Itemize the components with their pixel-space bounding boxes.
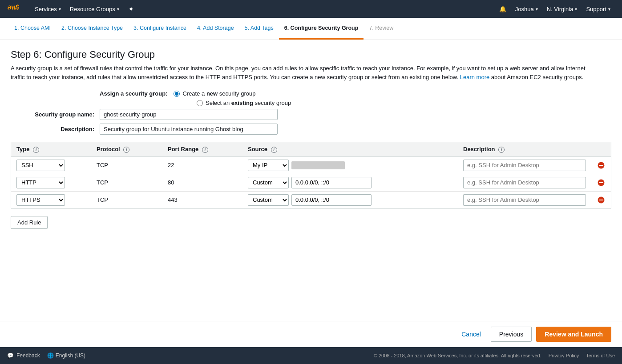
page-description: A security group is a set of firewall ru… <box>11 64 589 81</box>
rule-type-cell-2: SSH HTTP HTTPS Custom TCP <box>11 191 91 208</box>
resource-groups-menu[interactable]: Resource Groups ▾ <box>65 0 124 18</box>
source-info-icon[interactable]: i <box>271 147 277 153</box>
region-caret: ▾ <box>575 7 577 12</box>
rule-source-cell-1: Custom Anywhere My IP <box>242 174 458 191</box>
rule-desc-cell-0 <box>458 156 591 174</box>
rule-source-select-2[interactable]: Custom Anywhere My IP <box>248 194 289 206</box>
bookmarks-icon[interactable]: ✦ <box>124 5 138 13</box>
rule-desc-cell-2 <box>458 191 591 208</box>
rules-table: Type i Protocol i Port Range i Source i <box>11 142 611 208</box>
rule-port-cell-0: 22 <box>162 156 242 174</box>
col-header-action <box>591 142 611 156</box>
rule-type-cell-0: SSH HTTP HTTPS Custom TCP <box>11 156 91 174</box>
previous-button[interactable]: Previous <box>491 327 532 342</box>
bottom-bar: 💬 Feedback 🌐 English (US) © 2008 - 2018,… <box>0 347 622 364</box>
col-header-source: Source i <box>242 142 458 156</box>
create-new-option[interactable]: Assign a security group: Create a new se… <box>100 90 255 97</box>
footer-actions: Cancel Previous Review and Launch <box>0 321 622 347</box>
desc-info-icon[interactable]: i <box>498 147 505 153</box>
select-existing-option[interactable]: Select an existing security group <box>197 100 291 106</box>
remove-rule-button-0[interactable] <box>597 161 606 170</box>
rule-source-ip-input-1[interactable] <box>291 177 372 188</box>
wizard-step-review[interactable]: 7. Review <box>364 18 399 40</box>
rule-desc-input-2[interactable] <box>463 194 586 206</box>
rule-type-cell-1: SSH HTTP HTTPS Custom TCP <box>11 174 91 191</box>
rule-source-select-1[interactable]: Custom Anywhere My IP <box>248 177 289 188</box>
rule-protocol-cell-1: TCP <box>91 174 162 191</box>
rule-protocol-cell-2: TCP <box>91 191 162 208</box>
feedback-chat-icon: 💬 <box>7 352 14 359</box>
wizard-navigation: 1. Choose AMI 2. Choose Instance Type 3.… <box>0 18 622 40</box>
rule-desc-input-1[interactable] <box>463 177 586 188</box>
rule-protocol-cell-0: TCP <box>91 156 162 174</box>
assign-label: Assign a security group: <box>100 90 167 97</box>
remove-rule-button-1[interactable] <box>597 178 606 187</box>
col-header-type: Type i <box>11 142 91 156</box>
table-row: SSH HTTP HTTPS Custom TCP TCP 22 <box>11 156 611 174</box>
protocol-info-icon[interactable]: i <box>123 147 129 153</box>
remove-icon-0 <box>598 162 605 169</box>
user-menu[interactable]: Joshua ▾ <box>511 0 542 18</box>
port-info-icon[interactable]: i <box>202 147 208 153</box>
add-rule-button[interactable]: Add Rule <box>11 216 48 229</box>
language-selector[interactable]: 🌐 English (US) <box>47 352 85 359</box>
remove-icon-1 <box>598 179 605 186</box>
col-header-port: Port Range i <box>162 142 242 156</box>
table-row: SSH HTTP HTTPS Custom TCP TCP 80 <box>11 174 611 191</box>
rule-action-cell-1 <box>591 174 611 191</box>
wizard-step-security-group[interactable]: 6. Configure Security Group <box>279 18 364 40</box>
page-title: Step 6: Configure Security Group <box>11 49 611 60</box>
remove-rule-button-2[interactable] <box>597 196 606 204</box>
terms-of-use-link[interactable]: Terms of Use <box>586 353 615 358</box>
support-menu[interactable]: Support ▾ <box>582 0 615 18</box>
bottom-left: 💬 Feedback 🌐 English (US) <box>7 352 85 359</box>
select-radio-row: Select an existing security group <box>11 100 611 106</box>
sg-name-row: Security group name: <box>11 109 611 120</box>
bottom-right: © 2008 - 2018, Amazon Web Services, Inc.… <box>374 353 615 358</box>
wizard-step-instance-type[interactable]: 2. Choose Instance Type <box>56 18 128 40</box>
top-navigation: Services ▾ Resource Groups ▾ ✦ 🔔 Joshua … <box>0 0 622 18</box>
col-header-description: Description i <box>458 142 591 156</box>
review-and-launch-button[interactable]: Review and Launch <box>536 327 611 342</box>
rules-table-container: Type i Protocol i Port Range i Source i <box>11 142 611 209</box>
col-header-protocol: Protocol i <box>91 142 162 156</box>
main-content: Step 6: Configure Security Group A secur… <box>0 40 622 321</box>
rule-type-select-2[interactable]: SSH HTTP HTTPS Custom TCP <box>16 194 65 206</box>
rule-type-select-1[interactable]: SSH HTTP HTTPS Custom TCP <box>16 177 65 188</box>
security-group-form: Assign a security group: Create a new se… <box>11 90 611 135</box>
globe-icon: 🌐 <box>47 352 54 359</box>
sg-desc-input[interactable] <box>100 124 278 135</box>
wizard-step-add-tags[interactable]: 5. Add Tags <box>239 18 279 40</box>
region-menu[interactable]: N. Virginia ▾ <box>542 0 582 18</box>
feedback-button[interactable]: 💬 Feedback <box>7 352 40 359</box>
learn-more-link[interactable]: Learn more <box>460 74 489 80</box>
support-caret: ▾ <box>608 7 610 12</box>
rule-source-select-0[interactable]: My IP Custom Anywhere <box>248 160 289 171</box>
bell-icon[interactable]: 🔔 <box>495 0 511 18</box>
type-info-icon[interactable]: i <box>33 147 39 153</box>
sg-desc-label: Description: <box>11 126 100 132</box>
aws-logo <box>7 1 23 17</box>
cancel-button[interactable]: Cancel <box>456 327 486 341</box>
rule-desc-cell-1 <box>458 174 591 191</box>
sg-name-input[interactable] <box>100 109 278 120</box>
rule-source-ip-input-2[interactable] <box>291 194 372 206</box>
rule-action-cell-2 <box>591 191 611 208</box>
rule-port-cell-2: 443 <box>162 191 242 208</box>
remove-icon-2 <box>598 196 605 204</box>
create-radio-row: Assign a security group: Create a new se… <box>11 90 611 97</box>
privacy-policy-link[interactable]: Privacy Policy <box>549 353 579 358</box>
rule-port-cell-1: 80 <box>162 174 242 191</box>
rule-desc-input-0[interactable] <box>463 160 586 171</box>
create-new-radio[interactable] <box>174 91 180 97</box>
resource-groups-caret: ▾ <box>117 7 119 12</box>
rule-type-select-0[interactable]: SSH HTTP HTTPS Custom TCP <box>16 160 65 171</box>
sg-desc-row: Description: <box>11 124 611 135</box>
wizard-step-configure-instance[interactable]: 3. Configure Instance <box>128 18 192 40</box>
wizard-step-add-storage[interactable]: 4. Add Storage <box>192 18 239 40</box>
table-row: SSH HTTP HTTPS Custom TCP TCP 443 <box>11 191 611 208</box>
services-menu[interactable]: Services ▾ <box>30 0 65 18</box>
wizard-step-ami[interactable]: 1. Choose AMI <box>9 18 56 40</box>
rule-source-ip-redacted-0 <box>291 161 345 169</box>
select-existing-radio[interactable] <box>197 100 203 106</box>
